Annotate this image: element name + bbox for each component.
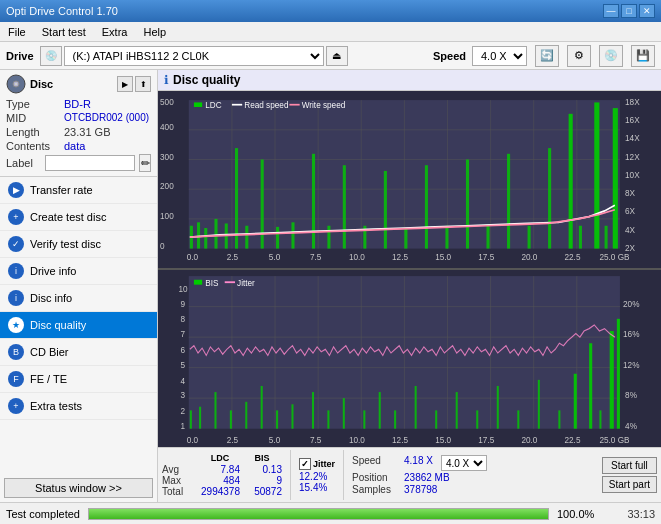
svg-rect-108 bbox=[435, 410, 437, 428]
drive-selector: 💿 (K:) ATAPI iHBS112 2 CL0K ⏏ bbox=[40, 46, 427, 66]
contents-label: Contents bbox=[6, 140, 64, 152]
label-edit-button[interactable]: ✏ bbox=[139, 154, 151, 172]
jitter-checkbox[interactable]: ✓ bbox=[299, 458, 311, 470]
ldc-col-header: LDC bbox=[200, 453, 240, 463]
menu-bar: File Start test Extra Help bbox=[0, 22, 661, 42]
save-button[interactable]: 💾 bbox=[631, 45, 655, 67]
svg-text:12.5: 12.5 bbox=[392, 252, 408, 263]
drive-label: Drive bbox=[6, 50, 34, 62]
sidebar-item-verify-test-disc[interactable]: ✓ Verify test disc bbox=[0, 231, 157, 258]
disc-action-btn2[interactable]: ⬆ bbox=[135, 76, 151, 92]
svg-text:12X: 12X bbox=[625, 151, 640, 162]
sidebar-item-disc-quality[interactable]: ★ Disc quality bbox=[0, 312, 157, 339]
svg-rect-43 bbox=[594, 102, 599, 248]
contents-value: data bbox=[64, 140, 85, 152]
type-label: Type bbox=[6, 98, 64, 110]
svg-rect-119 bbox=[617, 319, 620, 429]
disc-action-btn1[interactable]: ▶ bbox=[117, 76, 133, 92]
disc-button[interactable]: 💿 bbox=[599, 45, 623, 67]
nav-label-disc-quality: Disc quality bbox=[30, 319, 86, 331]
svg-rect-102 bbox=[327, 410, 329, 428]
svg-text:Read speed: Read speed bbox=[244, 100, 288, 111]
nav-label-disc-info: Disc info bbox=[30, 292, 72, 304]
settings-button[interactable]: ⚙ bbox=[567, 45, 591, 67]
svg-rect-45 bbox=[613, 108, 618, 248]
refresh-button[interactable]: 🔄 bbox=[535, 45, 559, 67]
svg-rect-110 bbox=[476, 410, 478, 428]
svg-rect-120 bbox=[194, 280, 202, 285]
nav-label-extra-tests: Extra tests bbox=[30, 400, 82, 412]
drive-info-icon: i bbox=[8, 263, 24, 279]
svg-rect-41 bbox=[569, 114, 573, 249]
svg-rect-46 bbox=[194, 102, 202, 107]
menu-start-test[interactable]: Start test bbox=[38, 24, 90, 40]
stats-divider2 bbox=[343, 450, 344, 500]
speed-select[interactable]: 4.0 X bbox=[441, 455, 487, 471]
bis-col-header: BIS bbox=[242, 453, 282, 463]
status-window-button[interactable]: Status window >> bbox=[4, 478, 153, 498]
svg-text:0.0: 0.0 bbox=[187, 435, 198, 446]
svg-text:200: 200 bbox=[160, 181, 174, 192]
svg-text:400: 400 bbox=[160, 121, 174, 132]
content-area: ℹ Disc quality bbox=[158, 70, 661, 502]
menu-extra[interactable]: Extra bbox=[98, 24, 132, 40]
sidebar-item-cd-bier[interactable]: B CD Bier bbox=[0, 339, 157, 366]
svg-rect-21 bbox=[214, 219, 217, 249]
svg-rect-116 bbox=[589, 343, 592, 428]
svg-text:0.0: 0.0 bbox=[187, 252, 199, 263]
eject-button[interactable]: ⏏ bbox=[326, 46, 348, 66]
nav-label-cd-bier: CD Bier bbox=[30, 346, 69, 358]
sidebar-item-disc-info[interactable]: i Disc info bbox=[0, 285, 157, 312]
sidebar-item-create-test-disc[interactable]: + Create test disc bbox=[0, 204, 157, 231]
nav-label-drive-info: Drive info bbox=[30, 265, 76, 277]
svg-text:1: 1 bbox=[181, 420, 186, 431]
fe-te-icon: F bbox=[8, 371, 24, 387]
title-bar-title: Opti Drive Control 1.70 bbox=[6, 5, 118, 17]
maximize-button[interactable]: □ bbox=[621, 4, 637, 18]
dq-header-title: Disc quality bbox=[173, 73, 240, 87]
minimize-button[interactable]: — bbox=[603, 4, 619, 18]
sidebar: Disc ▶ ⬆ Type BD-R MID OTCBDR002 (000) L… bbox=[0, 70, 158, 502]
sidebar-item-transfer-rate[interactable]: ▶ Transfer rate bbox=[0, 177, 157, 204]
svg-rect-40 bbox=[548, 148, 551, 248]
start-full-button[interactable]: Start full bbox=[602, 457, 657, 474]
menu-help[interactable]: Help bbox=[139, 24, 170, 40]
sidebar-item-extra-tests[interactable]: + Extra tests bbox=[0, 393, 157, 420]
svg-rect-115 bbox=[574, 374, 577, 429]
svg-text:500: 500 bbox=[160, 96, 174, 107]
start-part-button[interactable]: Start part bbox=[602, 476, 657, 493]
svg-text:4%: 4% bbox=[625, 420, 637, 431]
svg-text:300: 300 bbox=[160, 151, 174, 162]
close-button[interactable]: ✕ bbox=[639, 4, 655, 18]
label-input[interactable] bbox=[45, 155, 135, 171]
total-ldc: 2994378 bbox=[200, 486, 240, 497]
svg-text:0: 0 bbox=[160, 240, 165, 251]
svg-point-2 bbox=[15, 83, 18, 86]
cd-bier-icon: B bbox=[8, 344, 24, 360]
disc-quality-icon: ★ bbox=[8, 317, 24, 333]
stats-bar: LDC BIS Avg 7.84 0.13 Max 484 9 Total 29… bbox=[158, 447, 661, 502]
disc-info-icon: i bbox=[8, 290, 24, 306]
drive-dropdown[interactable]: (K:) ATAPI iHBS112 2 CL0K bbox=[64, 46, 324, 66]
length-label: Length bbox=[6, 126, 64, 138]
speed-dropdown[interactable]: 4.0 X bbox=[472, 46, 527, 66]
svg-text:8%: 8% bbox=[625, 390, 637, 401]
max-label: Max bbox=[162, 475, 198, 486]
svg-text:10.0: 10.0 bbox=[349, 435, 365, 446]
nav-label-create-test-disc: Create test disc bbox=[30, 211, 106, 223]
mid-value: OTCBDR002 (000) bbox=[64, 112, 149, 124]
mid-label: MID bbox=[6, 112, 64, 124]
sidebar-item-fe-te[interactable]: F FE / TE bbox=[0, 366, 157, 393]
svg-rect-97 bbox=[245, 402, 247, 429]
charts-area: LDC Read speed Write speed 0 100 200 300… bbox=[158, 91, 661, 447]
svg-rect-19 bbox=[197, 222, 200, 248]
main-layout: Disc ▶ ⬆ Type BD-R MID OTCBDR002 (000) L… bbox=[0, 70, 661, 502]
svg-rect-112 bbox=[517, 410, 519, 428]
drive-icon-button[interactable]: 💿 bbox=[40, 46, 62, 66]
length-value: 23.31 GB bbox=[64, 126, 110, 138]
menu-file[interactable]: File bbox=[4, 24, 30, 40]
samples-label: Samples bbox=[352, 484, 400, 495]
sidebar-item-drive-info[interactable]: i Drive info bbox=[0, 258, 157, 285]
svg-text:22.5: 22.5 bbox=[565, 435, 581, 446]
start-buttons: Start full Start part bbox=[602, 457, 657, 493]
